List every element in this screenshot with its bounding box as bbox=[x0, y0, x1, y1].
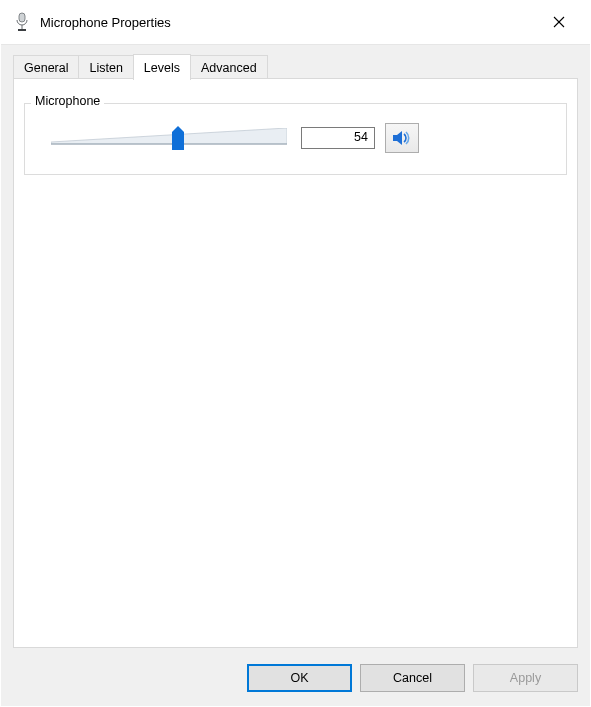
tab-advanced[interactable]: Advanced bbox=[190, 55, 268, 79]
svg-rect-0 bbox=[19, 13, 25, 22]
tab-label: Listen bbox=[89, 61, 122, 75]
cancel-button[interactable]: Cancel bbox=[360, 664, 465, 692]
window-title: Microphone Properties bbox=[40, 15, 539, 30]
slider-track-icon bbox=[51, 128, 287, 146]
tab-label: General bbox=[24, 61, 68, 75]
slider-thumb[interactable] bbox=[172, 126, 184, 150]
title-bar: Microphone Properties bbox=[0, 0, 591, 44]
speaker-icon bbox=[392, 129, 412, 147]
button-label: Apply bbox=[510, 671, 541, 685]
tab-label: Advanced bbox=[201, 61, 257, 75]
level-row: 54 bbox=[51, 122, 554, 154]
close-button[interactable] bbox=[539, 7, 579, 37]
tab-page-levels: Microphone 54 bbox=[13, 78, 578, 648]
svg-rect-2 bbox=[18, 29, 26, 31]
tab-levels[interactable]: Levels bbox=[133, 54, 191, 80]
svg-marker-8 bbox=[393, 131, 402, 145]
svg-marker-5 bbox=[51, 128, 287, 144]
tab-strip: General Listen Levels Advanced bbox=[13, 54, 578, 79]
group-legend: Microphone bbox=[31, 94, 104, 108]
microphone-level-value[interactable]: 54 bbox=[301, 127, 375, 149]
dialog-button-row: OK Cancel Apply bbox=[247, 664, 578, 692]
client-area: General Listen Levels Advanced Microphon… bbox=[1, 44, 590, 706]
microphone-level-slider[interactable] bbox=[51, 124, 287, 152]
tab-general[interactable]: General bbox=[13, 55, 79, 79]
microphone-group: Microphone 54 bbox=[24, 103, 567, 175]
button-label: OK bbox=[290, 671, 308, 685]
mute-button[interactable] bbox=[385, 123, 419, 153]
svg-marker-7 bbox=[172, 126, 184, 150]
microphone-icon bbox=[14, 12, 30, 32]
apply-button: Apply bbox=[473, 664, 578, 692]
ok-button[interactable]: OK bbox=[247, 664, 352, 692]
tab-listen[interactable]: Listen bbox=[78, 55, 133, 79]
tab-label: Levels bbox=[144, 61, 180, 75]
button-label: Cancel bbox=[393, 671, 432, 685]
